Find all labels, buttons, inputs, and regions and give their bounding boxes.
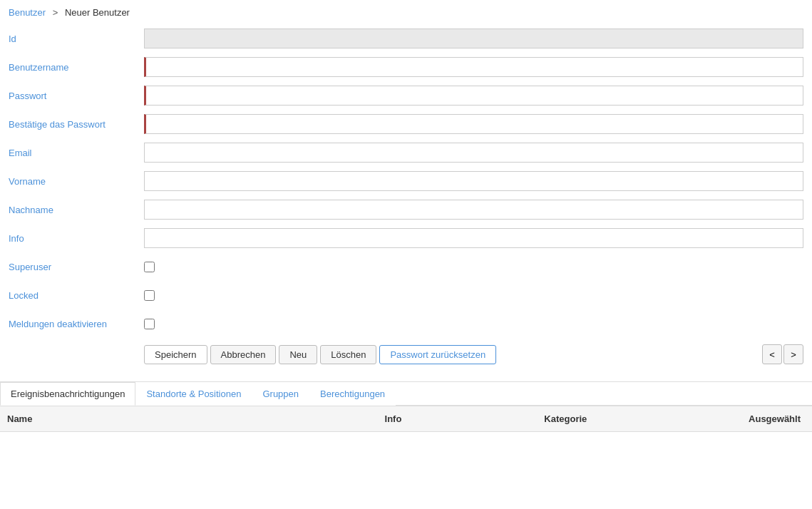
input-email[interactable]: [144, 143, 803, 163]
cancel-button[interactable]: Abbrechen: [210, 345, 277, 364]
label-info: Info: [9, 233, 144, 244]
label-benutzername: Benutzername: [9, 62, 144, 73]
navigation-buttons: < >: [762, 344, 803, 364]
field-row-meldungen: Meldungen deaktivieren: [9, 312, 803, 336]
user-form: Id Benutzername Passwort Bestätige das P…: [0, 24, 812, 379]
nav-next-button[interactable]: >: [783, 344, 803, 364]
th-ausgewaehlt: Ausgewählt: [672, 411, 812, 427]
label-superuser: Superuser: [9, 262, 144, 272]
input-passwort[interactable]: [144, 86, 803, 106]
field-row-bestatige-passwort: Bestätige das Passwort: [9, 112, 803, 136]
button-row: Speichern Abbrechen Neu Löschen Passwort…: [9, 344, 803, 364]
save-button[interactable]: Speichern: [144, 345, 207, 364]
th-kategorie: Kategorie: [537, 411, 672, 427]
input-info[interactable]: [144, 228, 803, 248]
field-row-locked: Locked: [9, 283, 803, 307]
tab-ereignisbenachrichtigungen[interactable]: Ereignisbenachrichtigungen: [0, 382, 135, 406]
field-row-nachname: Nachname: [9, 197, 803, 222]
label-nachname: Nachname: [9, 205, 144, 215]
input-nachname[interactable]: [144, 200, 803, 220]
field-row-id: Id: [9, 26, 803, 51]
field-row-benutzername: Benutzername: [9, 55, 803, 79]
breadcrumb-link[interactable]: Benutzer: [9, 7, 46, 18]
input-bestatige-passwort[interactable]: [144, 114, 803, 134]
tab-standorte-positionen[interactable]: Standorte & Positionen: [135, 382, 252, 406]
tab-berechtigungen[interactable]: Berechtigungen: [309, 382, 396, 406]
tabs-container: Ereignisbenachrichtigungen Standorte & P…: [0, 381, 812, 432]
label-meldungen: Meldungen deaktivieren: [9, 319, 144, 329]
label-locked: Locked: [9, 290, 144, 301]
label-bestatige-passwort: Bestätige das Passwort: [9, 119, 144, 130]
tabs-row: Ereignisbenachrichtigungen Standorte & P…: [0, 382, 812, 406]
nav-prev-button[interactable]: <: [762, 344, 782, 364]
input-id[interactable]: [144, 29, 803, 48]
th-name: Name: [0, 411, 378, 427]
new-button[interactable]: Neu: [279, 345, 317, 364]
reset-password-button[interactable]: Passwort zurücksetzen: [379, 345, 496, 364]
label-id: Id: [9, 34, 144, 44]
checkbox-meldungen[interactable]: [144, 319, 155, 329]
table-header: Name Info Kategorie Ausgewählt: [0, 406, 812, 432]
input-vorname[interactable]: [144, 171, 803, 191]
th-info: Info: [378, 411, 538, 427]
input-benutzername[interactable]: [144, 57, 803, 77]
checkbox-locked[interactable]: [144, 290, 155, 301]
field-row-vorname: Vorname: [9, 169, 803, 193]
label-email: Email: [9, 148, 144, 158]
checkbox-superuser[interactable]: [144, 262, 155, 272]
delete-button[interactable]: Löschen: [320, 345, 376, 364]
label-passwort: Passwort: [9, 91, 144, 101]
field-row-superuser: Superuser: [9, 254, 803, 279]
label-vorname: Vorname: [9, 176, 144, 187]
breadcrumb-current: Neuer Benutzer: [65, 7, 130, 18]
field-row-info: Info: [9, 226, 803, 250]
breadcrumb: Benutzer > Neuer Benutzer: [0, 0, 812, 24]
tab-gruppen[interactable]: Gruppen: [252, 382, 309, 406]
field-row-email: Email: [9, 140, 803, 165]
breadcrumb-separator: >: [53, 7, 58, 18]
field-row-passwort: Passwort: [9, 83, 803, 108]
